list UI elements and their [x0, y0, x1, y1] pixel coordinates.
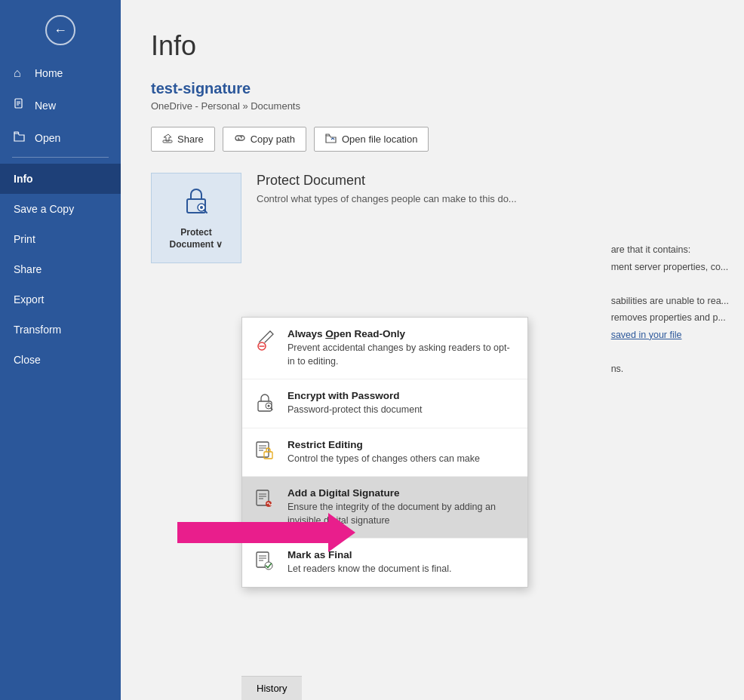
- arrow-body: [177, 522, 328, 543]
- sidebar-item-label: Info: [14, 173, 33, 185]
- menu-item-encrypt-password[interactable]: Encrypt with Password Password-protect t…: [242, 379, 527, 428]
- pencil-cancel-icon: [254, 328, 277, 352]
- arrow-indicator: [177, 513, 355, 552]
- protect-document-description: Protect Document Control what types of c…: [257, 173, 517, 204]
- main-content: Info test-signature OneDrive - Personal …: [121, 0, 744, 700]
- home-icon: ⌂: [14, 66, 27, 80]
- sidebar-item-label: Print: [14, 233, 35, 245]
- menu-item-always-open-read-only[interactable]: Always Open Read-Only Prevent accidental…: [242, 318, 527, 379]
- menu-item-text: Always Open Read-Only Prevent accidental…: [287, 328, 515, 368]
- open-file-location-button[interactable]: Open file location: [314, 127, 429, 152]
- lock-password-icon: [254, 390, 277, 413]
- menu-item-title: Restrict Editing: [287, 439, 480, 450]
- saved-in-file-link[interactable]: saved in your file: [611, 330, 682, 340]
- svg-line-15: [271, 408, 272, 410]
- menu-item-text: Mark as Final Let readers know the docum…: [287, 549, 451, 576]
- protect-document-label: ProtectDocument ∨: [169, 227, 223, 250]
- svg-point-8: [200, 206, 203, 209]
- sidebar-item-label: Share: [14, 263, 42, 275]
- menu-item-desc: Let readers know the document is final.: [287, 563, 451, 576]
- document-title: test-signature: [151, 80, 714, 97]
- menu-item-text: Encrypt with Password Password-protect t…: [287, 390, 423, 417]
- doc-check-icon: [254, 549, 277, 572]
- arrow-head: [328, 513, 355, 552]
- sidebar-item-print[interactable]: Print: [0, 224, 121, 254]
- menu-item-desc: Control the types of changes others can …: [287, 453, 480, 466]
- sidebar-item-label: Home: [35, 67, 63, 79]
- sidebar-item-open[interactable]: Open: [0, 122, 121, 154]
- sidebar-item-transform[interactable]: Transform: [0, 315, 121, 345]
- sidebar-item-share[interactable]: Share: [0, 254, 121, 284]
- sidebar-item-label: Save a Copy: [14, 203, 74, 215]
- open-icon: [14, 131, 27, 145]
- menu-item-text: Restrict Editing Control the types of ch…: [287, 439, 480, 466]
- doc-lock-icon: [254, 439, 277, 462]
- sidebar-item-home[interactable]: ⌂ Home: [0, 57, 121, 89]
- copy-path-icon: [234, 134, 246, 145]
- menu-item-title: Encrypt with Password: [287, 390, 423, 401]
- history-button[interactable]: History: [241, 676, 302, 700]
- svg-point-14: [268, 405, 270, 407]
- open-file-location-icon: [325, 133, 337, 146]
- sidebar-item-export[interactable]: Export: [0, 284, 121, 315]
- sidebar-item-info[interactable]: Info: [0, 164, 121, 194]
- sidebar-item-close[interactable]: Close: [0, 345, 121, 375]
- sidebar-item-label: Transform: [14, 324, 61, 336]
- protect-document-button[interactable]: ProtectDocument ∨: [151, 173, 241, 263]
- sidebar-item-label: Close: [14, 354, 41, 366]
- sidebar-divider: [12, 157, 109, 158]
- page-title: Info: [151, 30, 714, 62]
- menu-item-title: Add a Digital Signature: [287, 487, 515, 499]
- arrow-shape: [177, 513, 355, 552]
- lock-search-icon: [181, 186, 211, 221]
- doc-signature-icon: [254, 487, 277, 510]
- back-button[interactable]: ←: [45, 15, 75, 45]
- sidebar: ← ⌂ Home New Open Info Save a Copy: [0, 0, 121, 700]
- share-button[interactable]: Share: [151, 127, 215, 152]
- sidebar-item-label: Open: [35, 132, 60, 144]
- sidebar-item-new[interactable]: New: [0, 89, 121, 122]
- sidebar-item-save-copy[interactable]: Save a Copy: [0, 194, 121, 224]
- back-icon: ←: [54, 23, 67, 38]
- menu-item-restrict-editing[interactable]: Restrict Editing Control the types of ch…: [242, 428, 527, 477]
- sidebar-item-label: New: [35, 100, 56, 112]
- menu-item-desc: Prevent accidental changes by asking rea…: [287, 342, 515, 368]
- document-action-buttons: Share Copy path Open file location: [151, 127, 714, 152]
- menu-item-desc: Password-protect this document: [287, 404, 423, 417]
- new-icon: [14, 98, 27, 113]
- sidebar-item-label: Export: [14, 293, 44, 305]
- right-panel-text: are that it contains: ment server proper…: [611, 241, 729, 377]
- copy-path-button[interactable]: Copy path: [223, 127, 306, 152]
- share-icon: [162, 133, 173, 146]
- document-path: OneDrive - Personal » Documents: [151, 100, 714, 112]
- svg-point-25: [266, 501, 272, 507]
- menu-item-title: Always Open Read-Only: [287, 328, 515, 339]
